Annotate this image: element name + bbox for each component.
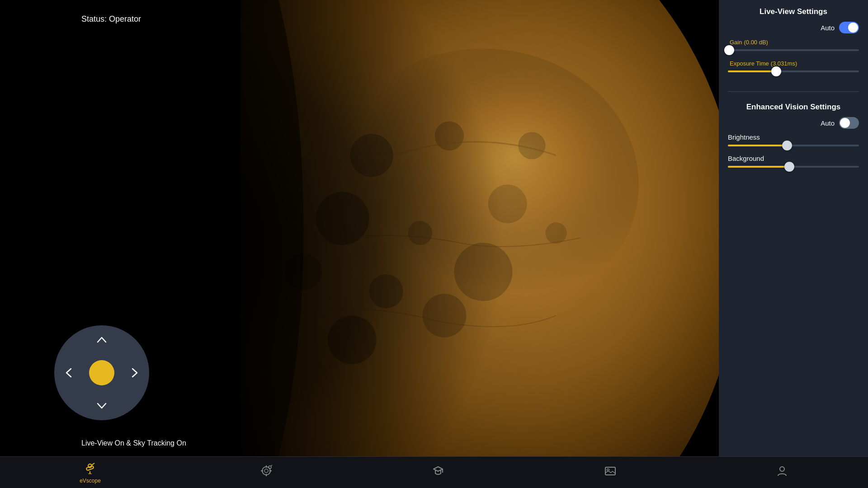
targeting-icon — [260, 465, 273, 480]
status-label: Status: Operator — [81, 14, 141, 24]
background-thumb[interactable] — [784, 162, 794, 172]
dpad-container — [54, 325, 149, 420]
nav-profile[interactable] — [769, 462, 796, 483]
live-view-auto-row: Auto — [728, 22, 859, 33]
svg-line-23 — [92, 463, 94, 465]
enhanced-auto-toggle[interactable] — [839, 117, 859, 129]
svg-point-25 — [264, 469, 268, 473]
exposure-thumb[interactable] — [771, 66, 781, 76]
brightness-slider-row: Brightness — [728, 133, 859, 146]
svg-point-35 — [780, 467, 784, 471]
exposure-label: Exposure Time(3.031ms) — [728, 59, 859, 67]
evscope-icon — [84, 461, 96, 477]
enhanced-vision-section: Enhanced Vision Settings Auto Brightness… — [719, 95, 868, 183]
dpad-left-button[interactable] — [61, 365, 77, 381]
nav-targeting[interactable] — [253, 462, 280, 483]
brightness-label: Brightness — [728, 133, 859, 141]
exposure-track[interactable] — [728, 70, 859, 72]
bottom-status-label: Live-View On & Sky Tracking On — [81, 439, 186, 447]
enhanced-vision-title: Enhanced Vision Settings — [728, 103, 859, 112]
enhanced-auto-row: Auto — [728, 117, 859, 129]
brightness-track[interactable] — [728, 145, 859, 146]
background-slider-row: Background — [728, 155, 859, 168]
dpad-down-button[interactable] — [94, 398, 110, 414]
background-label: Background — [728, 155, 859, 162]
dpad-circle — [54, 325, 149, 420]
dpad-center-button[interactable] — [89, 360, 114, 385]
svg-line-31 — [271, 465, 272, 466]
nav-gallery[interactable] — [597, 462, 624, 483]
dpad-right-button[interactable] — [127, 365, 143, 381]
brightness-thumb[interactable] — [782, 141, 792, 150]
gain-thumb[interactable] — [724, 45, 734, 55]
gallery-icon — [604, 465, 617, 480]
right-panel: Live-View Settings Auto Gain(0.00 dB) — [719, 0, 868, 456]
svg-rect-33 — [605, 467, 615, 475]
learning-icon — [432, 465, 444, 480]
section-divider-1 — [728, 91, 859, 92]
live-view-title: Live-View Settings — [728, 7, 859, 16]
gain-slider-row: Gain(0.00 dB) — [728, 38, 859, 51]
background-track[interactable] — [728, 166, 859, 168]
live-view-auto-toggle[interactable] — [839, 22, 859, 33]
bottom-nav: eVscope — [0, 456, 868, 488]
profile-icon — [776, 465, 788, 480]
exposure-slider-row: Exposure Time(3.031ms) — [728, 59, 859, 72]
gain-track[interactable] — [728, 49, 859, 51]
live-view-auto-label: Auto — [821, 24, 835, 32]
evscope-label: eVscope — [80, 478, 101, 484]
nav-evscope[interactable]: eVscope — [72, 459, 108, 487]
nav-learning[interactable] — [425, 462, 452, 483]
enhanced-auto-label: Auto — [821, 119, 835, 127]
dpad-up-button[interactable] — [94, 332, 110, 348]
live-view-section: Live-View Settings Auto Gain(0.00 dB) — [719, 0, 868, 88]
gain-label: Gain(0.00 dB) — [728, 38, 859, 46]
camera-view: Status: Operator Live-View On & Sky Trac… — [0, 0, 719, 456]
